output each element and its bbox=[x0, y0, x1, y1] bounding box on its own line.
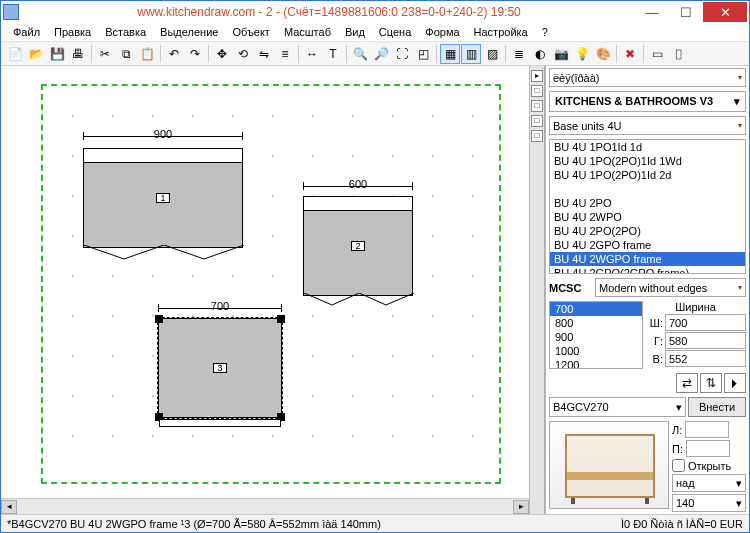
redo-icon[interactable]: ↷ bbox=[185, 44, 205, 64]
style-code: MCSC bbox=[549, 282, 593, 294]
tab-4-icon[interactable]: □ bbox=[531, 115, 543, 127]
menu-insert[interactable]: Вставка bbox=[99, 24, 152, 40]
maximize-button[interactable]: ☐ bbox=[669, 2, 703, 22]
menu-view[interactable]: Вид bbox=[339, 24, 371, 40]
flip-h-icon[interactable]: ⇄ bbox=[676, 373, 698, 393]
scroll-right-icon[interactable]: ▸ bbox=[513, 500, 529, 514]
tab-3-icon[interactable]: □ bbox=[531, 100, 543, 112]
item-marker: 1 bbox=[156, 193, 170, 203]
move-icon[interactable]: ✥ bbox=[212, 44, 232, 64]
catalog-select[interactable]: KITCHENS & BATHROOMS V3▾ bbox=[549, 91, 746, 112]
plan-icon[interactable]: ▦ bbox=[440, 44, 460, 64]
search-field[interactable]: ëèÿ(îðàà)▾ bbox=[549, 68, 746, 87]
product-code-select[interactable]: B4GCV270▾ bbox=[549, 397, 686, 417]
zoom-in-icon[interactable]: 🔍 bbox=[350, 44, 370, 64]
color-icon[interactable]: 🎨 bbox=[593, 44, 613, 64]
list-item[interactable]: 1000 bbox=[550, 344, 642, 358]
menu-selection[interactable]: Выделение bbox=[154, 24, 224, 40]
list-item[interactable]: BU 4U 2GPO frame bbox=[550, 238, 745, 252]
list-item[interactable]: 900 bbox=[550, 330, 642, 344]
item-listbox[interactable]: BU 4U 1PO1Id 1dBU 4U 1PO(2PO)1Id 1WdBU 4… bbox=[549, 139, 746, 274]
list-item[interactable]: BU 4U 1PO1Id 1d bbox=[550, 140, 745, 154]
item-marker: 3 bbox=[213, 363, 227, 373]
list-item[interactable]: 700 bbox=[550, 302, 642, 316]
close-button[interactable]: ✕ bbox=[703, 2, 747, 22]
print-icon[interactable]: 🖶 bbox=[68, 44, 88, 64]
furniture-item-1[interactable]: 1 bbox=[83, 148, 243, 248]
list-item[interactable]: BU 4U 1PO(2PO)1Id 1Wd bbox=[550, 154, 745, 168]
horizontal-scrollbar[interactable]: ◂ ▸ bbox=[1, 498, 529, 514]
zoom-out-icon[interactable]: 🔎 bbox=[371, 44, 391, 64]
camera-icon[interactable]: 📷 bbox=[551, 44, 571, 64]
wall-icon[interactable]: ▭ bbox=[647, 44, 667, 64]
align-icon[interactable]: ≡ bbox=[275, 44, 295, 64]
light-icon[interactable]: 💡 bbox=[572, 44, 592, 64]
elevation-icon[interactable]: ▥ bbox=[461, 44, 481, 64]
door-icon[interactable]: ⌷ bbox=[668, 44, 688, 64]
menubar: Файл Правка Вставка Выделение Объект Мас… bbox=[1, 23, 749, 42]
style-select[interactable]: Modern without edges▾ bbox=[595, 278, 746, 297]
zoom-fit-icon[interactable]: ⛶ bbox=[392, 44, 412, 64]
size-listbox[interactable]: 70080090010001200 bbox=[549, 301, 643, 369]
menu-file[interactable]: Файл bbox=[7, 24, 46, 40]
list-item[interactable]: BU 4U 2WPO bbox=[550, 210, 745, 224]
open-icon[interactable]: 📂 bbox=[26, 44, 46, 64]
height-input[interactable] bbox=[665, 350, 746, 367]
app-icon bbox=[3, 4, 19, 20]
layers-icon[interactable]: ≣ bbox=[509, 44, 529, 64]
scroll-left-icon[interactable]: ◂ bbox=[1, 500, 17, 514]
list-item[interactable] bbox=[550, 182, 745, 196]
left-offset-input[interactable] bbox=[685, 421, 729, 438]
category-select[interactable]: Base units 4U▾ bbox=[549, 116, 746, 135]
save-icon[interactable]: 💾 bbox=[47, 44, 67, 64]
render-icon[interactable]: ◐ bbox=[530, 44, 550, 64]
new-icon[interactable]: 📄 bbox=[5, 44, 25, 64]
drawing-canvas[interactable]: 900 1 600 2 bbox=[1, 66, 529, 498]
width-input[interactable] bbox=[665, 314, 746, 331]
placement-select[interactable]: над▾ bbox=[672, 474, 746, 492]
furniture-item-3[interactable]: 3 bbox=[158, 318, 282, 418]
status-left: *B4GCV270 BU 4U 2WGPO frame ¹3 (Ø=700 Ã=… bbox=[7, 518, 381, 530]
right-offset-input[interactable] bbox=[686, 440, 730, 457]
list-item[interactable]: BU 4U 2WGPO frame bbox=[550, 252, 745, 266]
open-checkbox[interactable] bbox=[672, 459, 685, 472]
menu-scale[interactable]: Масштаб bbox=[278, 24, 337, 40]
cut-icon[interactable]: ✂ bbox=[95, 44, 115, 64]
undo-icon[interactable]: ↶ bbox=[164, 44, 184, 64]
copy-icon[interactable]: ⧉ bbox=[116, 44, 136, 64]
persp-icon[interactable]: ▨ bbox=[482, 44, 502, 64]
text-icon[interactable]: T bbox=[323, 44, 343, 64]
dimension-label: 900 bbox=[83, 128, 243, 140]
list-item[interactable]: BU 4U 2GPO(2GPO frame) bbox=[550, 266, 745, 274]
menu-help[interactable]: ? bbox=[536, 24, 554, 40]
list-item[interactable]: 1200 bbox=[550, 358, 642, 369]
furniture-item-2[interactable]: 2 bbox=[303, 196, 413, 296]
dim-icon[interactable]: ↔ bbox=[302, 44, 322, 64]
depth-input[interactable] bbox=[665, 332, 746, 349]
menu-edit[interactable]: Правка bbox=[48, 24, 97, 40]
mirror-icon[interactable]: ⇋ bbox=[254, 44, 274, 64]
rotate-icon[interactable]: ⟲ bbox=[233, 44, 253, 64]
list-item[interactable]: BU 4U 2PO bbox=[550, 196, 745, 210]
menu-shape[interactable]: Форма bbox=[419, 24, 465, 40]
menu-object[interactable]: Объект bbox=[226, 24, 275, 40]
side-tab-strip: ▸ □ □ □ □ bbox=[530, 66, 545, 514]
list-item[interactable]: BU 4U 1PO(2PO)1Id 2d bbox=[550, 168, 745, 182]
tab-2-icon[interactable]: □ bbox=[531, 85, 543, 97]
tab-5-icon[interactable]: □ bbox=[531, 130, 543, 142]
insert-button[interactable]: Внести bbox=[688, 397, 746, 417]
menu-scene[interactable]: Сцена bbox=[373, 24, 417, 40]
list-item[interactable]: 800 bbox=[550, 316, 642, 330]
video-icon[interactable]: ⏵ bbox=[724, 373, 746, 393]
qty-select[interactable]: 140▾ bbox=[672, 494, 746, 512]
stop-icon[interactable]: ✖ bbox=[620, 44, 640, 64]
flip-v-icon[interactable]: ⇅ bbox=[700, 373, 722, 393]
list-item[interactable]: BU 4U 2PO(2PO) bbox=[550, 224, 745, 238]
menu-settings[interactable]: Настройка bbox=[468, 24, 534, 40]
dimension-label: 700 bbox=[158, 300, 282, 312]
paste-icon[interactable]: 📋 bbox=[137, 44, 157, 64]
titlebar: www.kitchendraw.com - 2 - (Счёт=14898816… bbox=[1, 1, 749, 23]
minimize-button[interactable]: — bbox=[635, 2, 669, 22]
tab-catalog-icon[interactable]: ▸ bbox=[531, 70, 543, 82]
zoom-area-icon[interactable]: ◰ bbox=[413, 44, 433, 64]
